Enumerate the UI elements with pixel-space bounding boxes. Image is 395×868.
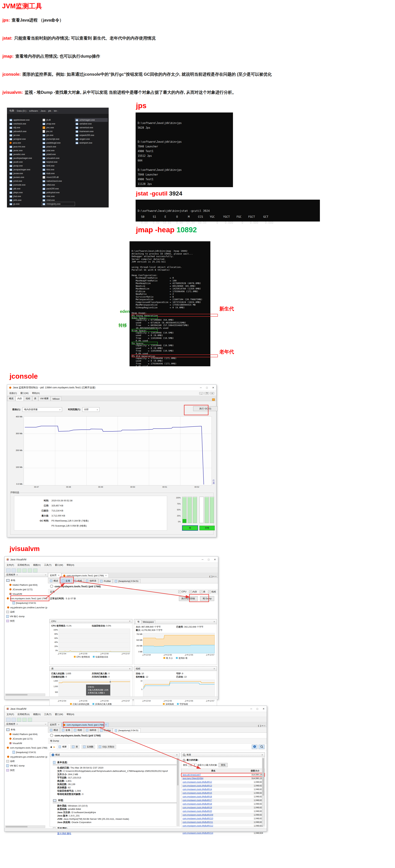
menu-item[interactable]: 窗口(W) bbox=[55, 713, 63, 716]
subtab[interactable]: 线程 bbox=[72, 728, 84, 733]
table-row[interactable]: com.myslayers.tools.MyBuff#201,048,624 bbox=[181, 809, 265, 813]
table-row[interactable]: com.myslayers.tools.MyBuff#191,048,624 bbox=[181, 806, 265, 809]
menu-item[interactable]: 文件(F) bbox=[7, 713, 14, 716]
tab-process[interactable]: com.myslayers.tools.Test1 (pid 1768)✕ bbox=[61, 574, 109, 578]
jmap-terminal[interactable]: D:\software\Java\jdk\bin>jmap -heap 1089… bbox=[130, 241, 210, 366]
table-row[interactable]: com.myslayers.tools.MyBuff#2101,048,624 bbox=[181, 817, 265, 820]
tab[interactable]: 类 bbox=[32, 396, 38, 401]
file-item[interactable]: keytool.exe bbox=[42, 160, 75, 164]
toolbar-button[interactable] bbox=[33, 568, 37, 572]
filter-checkbox[interactable]: ✓线程 bbox=[208, 590, 216, 593]
table-row[interactable]: com.myslayers.tools.MyBuff#151,048,624 bbox=[181, 791, 265, 795]
subtab[interactable]: 抽样器 bbox=[84, 579, 98, 583]
find-count-spinner[interactable]: 23▲▼ bbox=[188, 763, 196, 767]
tree-item[interactable]: VM 核心 dump bbox=[5, 614, 47, 619]
dump-view-tab[interactable]: OQL 控制台 bbox=[97, 745, 116, 749]
heap-button[interactable]: 堆 bbox=[182, 526, 198, 530]
minimize-button[interactable]: ─ bbox=[250, 707, 252, 710]
file-item[interactable]: javaw.exe bbox=[9, 172, 42, 175]
file-item[interactable]: jarsigner.exe bbox=[9, 137, 42, 141]
file-item[interactable]: java-rmi.exe bbox=[9, 145, 42, 149]
tab[interactable]: 内存 bbox=[16, 396, 24, 401]
maximize-button[interactable]: □ bbox=[208, 558, 209, 561]
toolbar-button[interactable] bbox=[28, 568, 32, 572]
tree-item[interactable]: 本地 bbox=[5, 578, 47, 583]
find-button[interactable]: 查找 bbox=[219, 763, 228, 767]
menu-item[interactable]: 应用程序(A) bbox=[18, 713, 30, 716]
mdi-minimize-button[interactable]: _ bbox=[199, 392, 203, 395]
menu-item[interactable]: 帮助(H) bbox=[66, 563, 74, 567]
gc-button[interactable]: 执行 GC(G) bbox=[193, 406, 218, 411]
table-row[interactable]: com.myslayers.tools.MyBuff#131,048,624 bbox=[181, 784, 265, 787]
search-icon[interactable] bbox=[258, 745, 264, 749]
file-item[interactable]: jstat.exe bbox=[42, 149, 75, 152]
dump-view-tab[interactable]: 类 bbox=[70, 745, 80, 749]
file-item[interactable]: jli.dll bbox=[42, 118, 75, 122]
menu-item[interactable]: 文件(F) bbox=[7, 563, 14, 567]
close-panel-icon[interactable]: ✕ bbox=[176, 754, 178, 756]
back-icon[interactable]: ◀ bbox=[50, 746, 52, 748]
file-item[interactable]: tnameserv.exe bbox=[75, 129, 108, 133]
horizontal-scrollbar[interactable] bbox=[5, 826, 45, 828]
file-item[interactable]: jconsole.exe bbox=[9, 183, 42, 187]
tree-item[interactable]: 远程 bbox=[5, 610, 47, 614]
forward-icon[interactable]: ▶ bbox=[54, 746, 55, 748]
subtab[interactable]: 监视 bbox=[60, 579, 72, 583]
toolbar-button[interactable] bbox=[12, 568, 16, 572]
close-panel-icon[interactable]: ✕ bbox=[129, 668, 131, 670]
tree-item[interactable]: IntelliJ Platform (pid 604) bbox=[5, 732, 47, 736]
breadcrumb-item[interactable]: Data (D:) › bbox=[17, 110, 27, 112]
file-item[interactable]: orbd.exe bbox=[42, 183, 75, 187]
subtab[interactable]: Profiler bbox=[98, 728, 113, 733]
table-row[interactable]: java.util.ArrayList#7314,590,184 bbox=[181, 773, 265, 777]
tree-item[interactable]: VM 核心 dump bbox=[5, 764, 47, 768]
menu-item[interactable]: 帮助(H) bbox=[32, 392, 40, 395]
file-item[interactable]: klist.exe bbox=[42, 168, 75, 172]
tab[interactable]: 线程 bbox=[24, 396, 32, 401]
table-row[interactable]: com.myslayers.tools.MyBuff#171,048,624 bbox=[181, 799, 265, 802]
file-item[interactable]: javaws.exe bbox=[9, 175, 42, 179]
dump-view-tab[interactable]: 概要 bbox=[57, 745, 68, 749]
tree-item[interactable]: org.jetbrains.jps.cmdline.Launcher (p bbox=[5, 754, 47, 759]
subtab[interactable]: Profiler bbox=[98, 579, 113, 583]
file-item[interactable]: jjs.exe bbox=[9, 202, 42, 206]
subtab[interactable]: 概述 bbox=[48, 579, 60, 583]
close-panel-icon[interactable]: ✕ bbox=[129, 620, 131, 622]
file-item[interactable]: rmid.exe bbox=[42, 198, 75, 202]
subtab[interactable]: 抽样器 bbox=[84, 728, 98, 733]
jconsole-titlebar[interactable]: Java 监视和管理控制台 - pid: 13984 com.myslayers… bbox=[7, 385, 216, 391]
file-item[interactable]: jvisualvm.exe bbox=[42, 156, 75, 160]
tab-process[interactable]: com.myslayers.tools.Test1 (pid 1768)✕ bbox=[61, 723, 109, 727]
menu-item[interactable]: 工具(T) bbox=[44, 713, 52, 716]
subtab[interactable]: 线程 bbox=[72, 579, 84, 583]
tree-item[interactable]: 远程 bbox=[5, 759, 47, 764]
file-item[interactable]: extcheck.exe bbox=[9, 122, 42, 126]
close-panel-icon[interactable]: ✕ bbox=[261, 754, 263, 756]
file-item[interactable]: jrunscript.exe bbox=[42, 137, 75, 141]
file-item[interactable]: javafxpackager.exe bbox=[9, 156, 42, 160]
toolbar-button[interactable] bbox=[6, 568, 10, 572]
tree-item[interactable]: 本地 bbox=[5, 727, 47, 732]
breadcrumb-item[interactable]: jdk › bbox=[48, 110, 53, 112]
file-item[interactable]: jmc.ini bbox=[42, 129, 75, 133]
toolbar-button[interactable] bbox=[28, 718, 32, 722]
file-item[interactable]: jsadebugd.exe bbox=[42, 141, 75, 145]
menu-item[interactable]: 帮助(H) bbox=[66, 713, 74, 716]
vertical-scrollbar[interactable] bbox=[177, 758, 179, 826]
file-item[interactable]: schemagen.exe bbox=[75, 118, 108, 122]
file-item[interactable]: pack200.exe bbox=[42, 187, 75, 191]
menu-item[interactable]: 连接(C) bbox=[9, 392, 17, 395]
toolbar-button[interactable] bbox=[6, 718, 10, 722]
file-item[interactable]: jabswitch.exe bbox=[9, 129, 42, 133]
file-item[interactable]: wsgen.exe bbox=[75, 137, 108, 141]
tree-item[interactable]: VisualVM bbox=[5, 741, 47, 745]
tree-item[interactable]: [heapdump] 0:54:51 bbox=[5, 601, 47, 605]
file-item[interactable]: unpack200.exe bbox=[75, 133, 108, 137]
menu-item[interactable]: 视图(V) bbox=[33, 713, 40, 716]
toolbar-button[interactable] bbox=[22, 568, 27, 572]
maximize-button[interactable]: □ bbox=[206, 386, 207, 389]
range-select[interactable]: 全部∨ bbox=[82, 407, 100, 412]
menu-item[interactable]: 应用程序(A) bbox=[18, 563, 30, 567]
breadcrumb-item[interactable]: bin › bbox=[54, 110, 58, 112]
tab[interactable]: VM 概要 bbox=[38, 396, 51, 401]
